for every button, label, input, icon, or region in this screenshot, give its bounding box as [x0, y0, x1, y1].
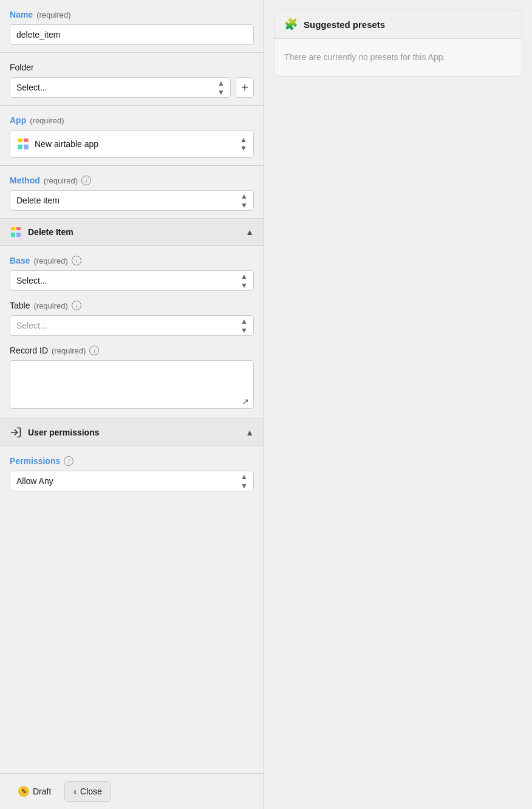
close-chevron: ‹ — [73, 787, 77, 796]
name-section: Name (required) — [0, 0, 264, 52]
permissions-select[interactable]: Allow Any — [10, 471, 254, 491]
folder-label: Folder — [10, 63, 254, 72]
app-required: (required) — [30, 116, 64, 125]
expand-icon[interactable]: ↗ — [242, 397, 249, 406]
presets-header: 🧩 Suggested presets — [275, 10, 522, 39]
presets-empty-text: There are currently no presets for this … — [284, 52, 445, 62]
method-label-text: Method — [10, 176, 40, 185]
folder-select-wrapper: Select... ▲ ▼ — [10, 77, 231, 98]
airtable-icon — [16, 137, 30, 151]
app-select-inner[interactable]: New airtable app ▲▼ — [10, 130, 254, 158]
svg-rect-6 — [11, 233, 16, 237]
name-label: Name (required) — [10, 10, 254, 19]
base-select-wrapper: Select... ▲ ▼ — [10, 270, 254, 291]
folder-section: Folder Select... ▲ ▼ + — [0, 52, 264, 105]
name-required: (required) — [36, 10, 70, 19]
record-id-required: (required) — [52, 346, 86, 355]
permissions-info-icon[interactable]: i — [64, 456, 73, 466]
presets-title: Suggested presets — [304, 19, 385, 30]
app-select-wrapper[interactable]: New airtable app ▲▼ — [10, 130, 254, 158]
app-section: App (required) New airtable app ▲▼ — [0, 105, 264, 165]
method-section: Method (required) i Delete item ▲ ▼ — [0, 165, 264, 218]
table-label: Table (required) i — [10, 301, 254, 310]
table-select[interactable]: Select... — [10, 315, 254, 336]
user-permissions-chevron: ▲ — [245, 428, 254, 437]
base-select[interactable]: Select... — [10, 270, 254, 291]
delete-item-header[interactable]: Delete Item ▲ — [0, 218, 264, 246]
table-info-icon[interactable]: i — [72, 301, 81, 310]
left-panel: Name (required) Folder Select... ▲ ▼ + A… — [0, 0, 264, 809]
record-id-textarea[interactable] — [10, 360, 254, 409]
svg-rect-1 — [24, 138, 29, 142]
permissions-content: Permissions i Allow Any ▲ ▼ — [0, 446, 264, 499]
table-label-text: Table — [10, 301, 30, 310]
record-id-info-icon[interactable]: i — [89, 346, 99, 355]
folder-select[interactable]: Select... — [10, 77, 231, 98]
permissions-label: Permissions i — [10, 456, 254, 466]
close-label: Close — [80, 787, 102, 796]
method-info-icon[interactable]: i — [81, 176, 91, 185]
svg-rect-0 — [18, 138, 23, 143]
record-id-wrapper: ↗ — [10, 360, 254, 411]
svg-rect-5 — [16, 227, 21, 231]
name-label-text: Name — [10, 10, 33, 19]
svg-rect-7 — [16, 233, 21, 237]
base-required: (required) — [33, 256, 67, 265]
right-panel: 🧩 Suggested presets There are currently … — [264, 0, 532, 809]
app-label-text: App — [10, 115, 26, 125]
presets-body: There are currently no presets for this … — [275, 39, 522, 76]
delete-item-content: Base (required) i Select... ▲ ▼ Table (r… — [0, 246, 264, 418]
delete-item-title: Delete Item — [28, 227, 73, 237]
svg-rect-3 — [24, 145, 29, 149]
permissions-label-text: Permissions — [10, 456, 60, 466]
method-select[interactable]: Delete item — [10, 190, 254, 211]
svg-rect-4 — [11, 227, 16, 230]
base-info-icon[interactable]: i — [72, 256, 81, 265]
draft-label: Draft — [33, 787, 51, 796]
bottom-bar: ✎ Draft ‹ Close — [0, 773, 264, 809]
method-label: Method (required) i — [10, 176, 254, 185]
app-label: App (required) — [10, 115, 254, 125]
airtable-small-icon — [10, 226, 22, 238]
app-name-text: New airtable app — [35, 139, 235, 149]
method-select-wrapper: Delete item ▲ ▼ — [10, 190, 254, 211]
svg-rect-2 — [18, 145, 22, 149]
spacer — [0, 499, 264, 773]
user-permissions-header-left: User permissions — [10, 426, 100, 439]
draft-icon: ✎ — [18, 786, 29, 797]
table-required: (required) — [33, 301, 67, 310]
presets-card: 🧩 Suggested presets There are currently … — [274, 10, 522, 77]
record-id-label-text: Record ID — [10, 346, 48, 355]
close-button[interactable]: ‹ Close — [64, 781, 111, 802]
table-select-wrapper: Select... ▲ ▼ — [10, 315, 254, 336]
app-select-arrow: ▲▼ — [240, 135, 247, 152]
login-icon — [10, 426, 22, 439]
delete-item-chevron: ▲ — [245, 227, 254, 237]
user-permissions-header[interactable]: User permissions ▲ — [0, 418, 264, 446]
base-label-text: Base — [10, 256, 30, 265]
user-permissions-title: User permissions — [28, 428, 100, 437]
record-id-label: Record ID (required) i — [10, 346, 254, 355]
add-folder-button[interactable]: + — [236, 77, 254, 98]
draft-button[interactable]: ✎ Draft — [10, 781, 60, 802]
delete-item-header-left: Delete Item — [10, 226, 73, 238]
method-required: (required) — [44, 176, 78, 185]
name-input[interactable] — [10, 24, 254, 45]
folder-row: Select... ▲ ▼ + — [10, 77, 254, 98]
puzzle-icon: 🧩 — [284, 18, 298, 31]
permissions-select-wrapper: Allow Any ▲ ▼ — [10, 471, 254, 491]
base-label: Base (required) i — [10, 256, 254, 265]
